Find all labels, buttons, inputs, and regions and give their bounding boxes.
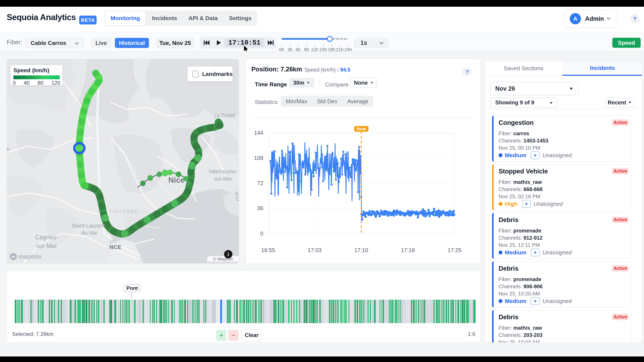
svg-text:108: 108 xyxy=(254,155,263,161)
svg-text:Saint-Laurent-: Saint-Laurent- xyxy=(72,223,107,229)
svg-text:16:55: 16:55 xyxy=(261,247,275,253)
svg-text:CAUCADE: CAUCADE xyxy=(110,209,138,214)
svg-text:La Trinité: La Trinité xyxy=(214,113,236,118)
svg-text:C.: C. xyxy=(236,196,239,202)
svg-text:72: 72 xyxy=(257,180,263,186)
svg-text:17:03: 17:03 xyxy=(308,247,322,253)
svg-text:0: 0 xyxy=(260,230,263,237)
svg-text:Now: Now xyxy=(356,126,366,131)
svg-text:17:10: 17:10 xyxy=(354,247,368,253)
svg-text:144: 144 xyxy=(254,130,263,136)
svg-text:36: 36 xyxy=(257,205,263,211)
svg-text:Cagnes-: Cagnes- xyxy=(35,234,58,241)
svg-text:17:18: 17:18 xyxy=(401,247,415,253)
svg-text:Nice: Nice xyxy=(168,176,184,184)
svg-text:Villefranche-: Villefranche- xyxy=(209,169,238,174)
svg-text:NCE: NCE xyxy=(109,244,122,250)
svg-text:17:25: 17:25 xyxy=(448,247,462,253)
svg-text:sur-Mer: sur-Mer xyxy=(36,243,57,249)
svg-text:e: e xyxy=(7,146,10,152)
svg-text:Sa: Sa xyxy=(235,191,239,197)
svg-text:du-Var: du-Var xyxy=(81,230,98,236)
svg-text:sur-Mer: sur-Mer xyxy=(214,176,232,182)
